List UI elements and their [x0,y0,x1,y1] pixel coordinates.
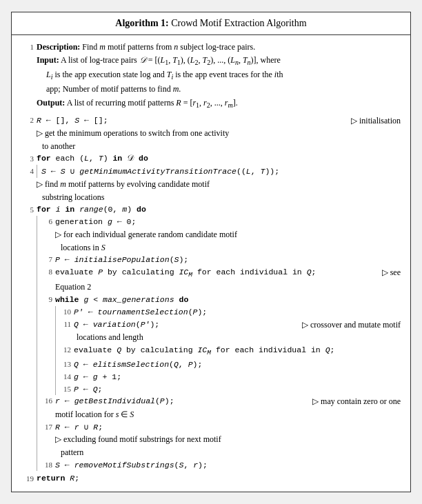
num-empty-11b [60,331,74,344]
line-4: 4 S ← S ∪ getMinimumActivityTransitionTr… [21,165,401,178]
comment-11: ▷ crossover and mutate motif [298,319,401,332]
line-15: 15 P ← Q; [60,383,401,396]
code-2-text: R ← [], S ← []; [37,114,108,128]
code-5: for i in range(0, m) do [37,203,146,216]
output-label: Output: [37,98,65,108]
description-text: Description: Find m motif patterns from … [37,41,255,54]
line-8b: Equation 2 [41,281,401,294]
line-10: 10 P' ← tournamentSelection(P); [60,306,401,319]
comment-2: ▷ initialisation [344,114,401,128]
num-empty-c7 [41,433,55,446]
line-19: 19 return R; [21,472,401,485]
algorithm-header: Algorithm 1: Crowd Motif Extraction Algo… [12,12,410,35]
num-empty-c1 [21,127,37,140]
num-empty-c5 [41,228,55,241]
num-empty-c8 [41,446,55,459]
num-2: 2 [21,114,37,126]
comment-excluding2: pattern [41,446,401,459]
code-19: return R; [37,472,79,485]
outer-block: 6 generation g ← 0; ▷ for each individua… [21,216,401,471]
line-7: 7 P ← initialisePopulation(S); [41,254,401,266]
num-empty-c4 [21,191,37,204]
line-11b: locations and length [60,331,401,344]
comment-8: ▷ see [378,266,401,281]
equation-ref: Equation 2 [55,281,91,294]
code-11-wrap: Q ← variation(P'); ▷ crossover and mutat… [74,319,401,332]
num-10: 10 [60,306,74,319]
num-19: 19 [21,472,37,485]
num-17: 17 [41,421,55,434]
num-18: 18 [41,459,55,472]
num-empty-16b [41,408,55,421]
num-5: 5 [21,203,37,216]
num-12: 12 [60,344,74,359]
line-14: 14 g ← g + 1; [60,371,401,383]
num-14: 14 [60,371,74,383]
comment-get-min: ▷ get the minimum operations to switch f… [21,127,401,140]
comment-16b: motif location for s ∈ S [55,408,134,421]
code-16-wrap: r ← getBestIndividual(P); ▷ may contain … [55,395,401,408]
line-16: 16 r ← getBestIndividual(P); ▷ may conta… [41,395,401,408]
num-7: 7 [41,254,55,266]
num-11: 11 [60,319,74,330]
code-8: evaluate P by calculating ICM for each i… [55,266,316,281]
num-15: 15 [60,383,74,396]
comment-foreach2: locations in S [41,241,401,254]
comment-find-m: ▷ find m motif patterns by evolving cand… [21,178,401,191]
line-11: 11 Q ← variation(P'); ▷ crossover and mu… [60,319,401,332]
code-4-bar: S ← S ∪ getMinimumActivityTransitionTrac… [37,165,401,178]
line-12: 12 evaluate Q by calculating ICM for eac… [60,344,401,359]
code-7: P ← initialisePopulation(S); [55,254,188,266]
code-8-wrap: evaluate P by calculating ICM for each i… [55,266,401,281]
line-8: 8 evaluate P by calculating ICM for each… [41,266,401,281]
algorithm-body: 1 Description: Find m motif patterns fro… [12,35,410,492]
code-10: P' ← tournamentSelection(P); [74,306,207,319]
num-empty-c6 [41,241,55,254]
comment-11b: locations and length [74,331,143,344]
line-16b: motif location for s ∈ S [41,408,401,421]
num-empty-8b [41,281,55,294]
num-empty-outer [21,216,37,471]
code-11: Q ← variation(P'); [74,319,159,332]
code-9: while g < max_generations do [55,294,188,306]
num-16: 16 [41,395,55,407]
code-15: P ← Q; [74,383,102,396]
line-num-empty [21,54,37,54]
num-empty-inner [41,306,55,396]
outer-bar: 6 generation g ← 0; ▷ for each individua… [37,216,401,471]
comment-16: ▷ may contain zero or one [308,395,401,408]
code-17: R ← r ∪ R; [55,421,103,434]
input-text2: Li is the app execution state log and Ti… [37,68,283,83]
code-4: S ← S ∪ getMinimumActivityTransitionTrac… [41,167,279,176]
code-12: evaluate Q by calculating ICM for each i… [74,344,334,359]
code-18: S ← removeMotifSubstrings(S, r); [55,459,208,472]
line-6: 6 generation g ← 0; [41,216,401,228]
algorithm-box: Algorithm 1: Crowd Motif Extraction Algo… [11,12,411,493]
inner-bar: 10 P' ← tournamentSelection(P); 11 Q ← v… [55,306,401,396]
comment-find-text2: substring locations [37,191,104,204]
num-13: 13 [60,359,74,371]
line-5: 5 for i in range(0, m) do [21,203,401,216]
output-text: Output: A list of recurring motif patter… [37,97,238,111]
code-14: g ← g + 1; [74,371,121,383]
algorithm-title-bold: Algorithm 1: [115,18,168,28]
comment-foreach: ▷ for each individual generate random ca… [41,228,401,241]
num-empty-c3 [21,178,37,191]
line-num-empty4 [21,97,37,97]
description-block: 1 Description: Find m motif patterns fro… [21,41,401,111]
num-4: 4 [21,165,37,178]
comment-find-text: ▷ find m motif patterns by evolving cand… [37,178,210,191]
comment-get-min2: to another [21,140,401,153]
input-label: Input: [37,55,59,65]
code-13: Q ← elitismSelection(Q, P); [74,359,202,371]
line-2: 2 R ← [], S ← []; ▷ initialisation [21,114,401,128]
comment-excluding-text2: pattern [55,446,83,459]
comment-foreach-text: ▷ for each individual generate random ca… [55,228,237,241]
line-3: 3 for each (L, T) in 𝒟 do [21,152,401,165]
num-empty-c2 [21,140,37,153]
code-16: r ← getBestIndividual(P); [55,395,174,408]
algorithm-title-name: Crowd Motif Extraction Algorithm [171,18,306,28]
inner-block: 10 P' ← tournamentSelection(P); 11 Q ← v… [41,306,401,396]
line-9: 9 while g < max_generations do [41,294,401,306]
comment-find-m2: substring locations [21,191,401,204]
